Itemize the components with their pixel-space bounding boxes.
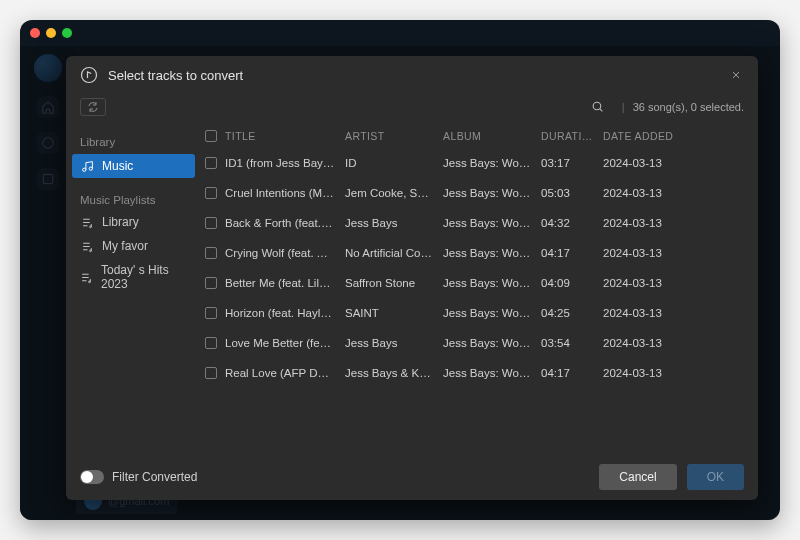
cell-artist: ID <box>345 157 443 169</box>
cell-album: Jess Bays: Women I... <box>443 247 541 259</box>
cell-date-added: 2024-03-13 <box>603 187 687 199</box>
row-checkbox[interactable] <box>205 337 217 349</box>
playlist-icon <box>80 270 93 284</box>
col-duration: DURATION <box>541 130 603 142</box>
window-max-dot[interactable] <box>62 28 72 38</box>
sidebar-heading-playlists: Music Playlists <box>66 190 201 210</box>
row-checkbox[interactable] <box>205 307 217 319</box>
sidebar-item-my-favor[interactable]: My favor <box>66 234 201 258</box>
search-icon <box>591 100 604 113</box>
table-row[interactable]: Horizon (feat. Hayley ...SAINTJess Bays:… <box>201 298 758 328</box>
svg-point-2 <box>82 68 97 83</box>
music-icon <box>80 159 94 173</box>
cell-artist: Jess Bays <box>345 337 443 349</box>
cell-title: Crying Wolf (feat. Alex ... <box>225 247 345 259</box>
col-date-added: DATE ADDED <box>603 130 687 142</box>
cell-date-added: 2024-03-13 <box>603 247 687 259</box>
cell-title: Better Me (feat. Lily Mc... <box>225 277 345 289</box>
music-note-icon <box>80 66 98 84</box>
playlist-icon <box>80 215 94 229</box>
select-tracks-modal: Select tracks to convert | 36 song(s), 0… <box>66 56 758 500</box>
col-artist: ARTIST <box>345 130 443 142</box>
playlist-icon <box>80 239 94 253</box>
svg-point-5 <box>89 167 92 170</box>
cell-title: Back & Forth (feat. Lily ... <box>225 217 345 229</box>
cell-duration: 04:25 <box>541 307 603 319</box>
track-table: TITLE ARTIST ALBUM DURATION DATE ADDED I… <box>201 124 758 454</box>
cell-album: Jess Bays: Women I... <box>443 367 541 379</box>
row-checkbox[interactable] <box>205 367 217 379</box>
svg-point-4 <box>82 168 85 171</box>
select-all-checkbox[interactable] <box>205 130 217 142</box>
filter-converted-label: Filter Converted <box>112 470 197 484</box>
cell-artist: SAINT <box>345 307 443 319</box>
col-title: TITLE <box>225 130 345 142</box>
cell-artist: Jem Cooke, Sam D... <box>345 187 443 199</box>
window-titlebar <box>20 20 780 46</box>
table-row[interactable]: Back & Forth (feat. Lily ...Jess BaysJes… <box>201 208 758 238</box>
cell-title: Horizon (feat. Hayley ... <box>225 307 345 319</box>
row-checkbox[interactable] <box>205 217 217 229</box>
svg-point-8 <box>89 280 91 282</box>
cell-artist: No Artificial Colours <box>345 247 443 259</box>
cell-duration: 03:17 <box>541 157 603 169</box>
table-row[interactable]: Crying Wolf (feat. Alex ...No Artificial… <box>201 238 758 268</box>
modal-overlay: Select tracks to convert | 36 song(s), 0… <box>20 46 780 520</box>
cell-date-added: 2024-03-13 <box>603 217 687 229</box>
sidebar-item-library[interactable]: Library <box>66 210 201 234</box>
cell-duration: 04:17 <box>541 367 603 379</box>
cell-duration: 04:09 <box>541 277 603 289</box>
row-checkbox[interactable] <box>205 187 217 199</box>
row-checkbox[interactable] <box>205 157 217 169</box>
sidebar-item-label: Today' s Hits 2023 <box>101 263 187 291</box>
table-row[interactable]: Love Me Better (feat. L...Jess BaysJess … <box>201 328 758 358</box>
table-row[interactable]: Real Love (AFP Deep Li...Jess Bays & Kel… <box>201 358 758 388</box>
table-row[interactable]: ID1 (from Jess Bays: W...IDJess Bays: Wo… <box>201 148 758 178</box>
svg-point-6 <box>89 225 91 227</box>
cell-title: Real Love (AFP Deep Li... <box>225 367 345 379</box>
table-header-row: TITLE ARTIST ALBUM DURATION DATE ADDED <box>201 124 758 148</box>
cell-artist: Saffron Stone <box>345 277 443 289</box>
modal-header: Select tracks to convert <box>66 56 758 94</box>
app-window: @gmail.com Select tracks to convert <box>20 20 780 520</box>
cancel-button[interactable]: Cancel <box>599 464 676 490</box>
window-close-dot[interactable] <box>30 28 40 38</box>
nav-back-forward[interactable] <box>80 98 106 116</box>
sidebar-item-label: Library <box>102 215 139 229</box>
row-checkbox[interactable] <box>205 247 217 259</box>
cell-duration: 04:17 <box>541 247 603 259</box>
sidebar-item-label: My favor <box>102 239 148 253</box>
svg-point-7 <box>89 249 91 251</box>
modal-title: Select tracks to convert <box>108 68 243 83</box>
table-row[interactable]: Cruel Intentions (Mixed)Jem Cooke, Sam D… <box>201 178 758 208</box>
modal-body: Library Music Music Playlists LibraryMy … <box>66 124 758 454</box>
cell-album: Jess Bays: Women I... <box>443 217 541 229</box>
cell-date-added: 2024-03-13 <box>603 367 687 379</box>
filter-converted-toggle[interactable] <box>80 470 104 484</box>
cell-title: ID1 (from Jess Bays: W... <box>225 157 345 169</box>
cell-duration: 03:54 <box>541 337 603 349</box>
row-checkbox[interactable] <box>205 277 217 289</box>
ok-button[interactable]: OK <box>687 464 744 490</box>
cell-album: Jess Bays: Women I... <box>443 307 541 319</box>
cell-duration: 05:03 <box>541 187 603 199</box>
cell-album: Jess Bays: Women I... <box>443 277 541 289</box>
cell-album: Jess Bays: Women I... <box>443 337 541 349</box>
sidebar-item-music[interactable]: Music <box>72 154 195 178</box>
cell-artist: Jess Bays <box>345 217 443 229</box>
modal-toolbar: | 36 song(s), 0 selected. <box>66 94 758 124</box>
cell-title: Love Me Better (feat. L... <box>225 337 345 349</box>
window-min-dot[interactable] <box>46 28 56 38</box>
modal-footer: Filter Converted Cancel OK <box>66 454 758 500</box>
toolbar-separator: | <box>622 101 625 113</box>
cell-album: Jess Bays: Women I... <box>443 157 541 169</box>
col-album: ALBUM <box>443 130 541 142</box>
sidebar-heading-library: Library <box>66 132 201 152</box>
cell-date-added: 2024-03-13 <box>603 277 687 289</box>
selection-status: 36 song(s), 0 selected. <box>633 101 744 113</box>
search-button[interactable] <box>591 100 604 115</box>
table-row[interactable]: Better Me (feat. Lily Mc...Saffron Stone… <box>201 268 758 298</box>
sidebar-item-today-s-hits-2023[interactable]: Today' s Hits 2023 <box>66 258 201 296</box>
cell-duration: 04:32 <box>541 217 603 229</box>
close-button[interactable] <box>728 67 744 83</box>
